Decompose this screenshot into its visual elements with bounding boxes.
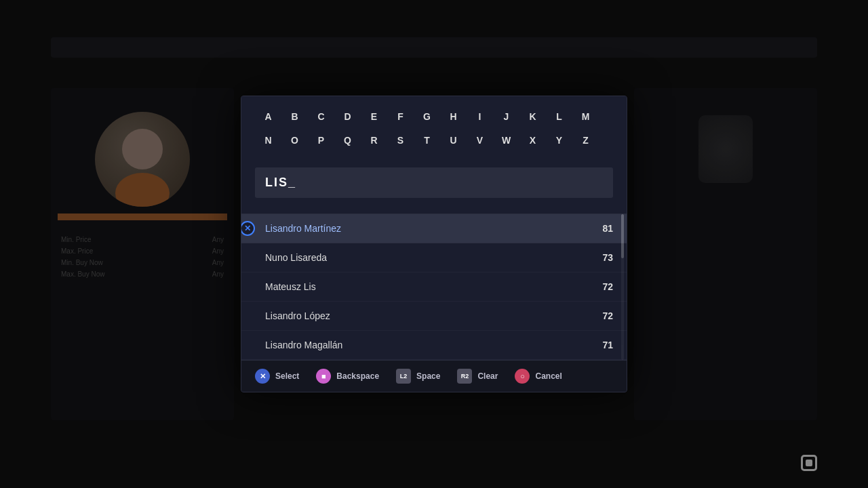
- alpha-key-V[interactable]: V: [467, 130, 493, 150]
- toolbar-action-backspace[interactable]: ■Backspace: [316, 369, 379, 384]
- alphabet-row-2: NOPQRSTUVWXYZ: [255, 130, 613, 150]
- player-row[interactable]: Nuno Lisareda73: [241, 243, 627, 272]
- selected-indicator: ✕: [241, 221, 255, 236]
- alpha-key-G[interactable]: G: [414, 106, 440, 127]
- dialog-overlay: ABCDEFGHIJKLM NOPQRSTUVWXYZ LIS_ ✕Lisand…: [0, 0, 868, 488]
- r2-button-icon: R2: [457, 369, 472, 384]
- alpha-key-U[interactable]: U: [440, 130, 467, 150]
- player-row[interactable]: Lisandro Magallán71: [241, 331, 627, 360]
- player-name-cell: Lisandro Magallán: [255, 340, 342, 350]
- alpha-key-P[interactable]: P: [308, 130, 334, 150]
- player-row[interactable]: Lisandro López72: [241, 302, 627, 331]
- alpha-key-B[interactable]: B: [281, 106, 308, 127]
- player-overall-cell: 72: [602, 281, 613, 292]
- alpha-key-D[interactable]: D: [334, 106, 361, 127]
- square-button-icon: ■: [316, 369, 331, 384]
- alpha-key-H[interactable]: H: [440, 106, 467, 127]
- alpha-key-Z[interactable]: Z: [572, 130, 599, 150]
- alpha-key-Y[interactable]: Y: [546, 130, 572, 150]
- alpha-key-O[interactable]: O: [281, 130, 308, 150]
- player-name-cell: Lisandro Martínez: [255, 223, 341, 234]
- search-dialog: ABCDEFGHIJKLM NOPQRSTUVWXYZ LIS_ ✕Lisand…: [241, 96, 627, 392]
- toolbar-action-space[interactable]: L2Space: [396, 369, 440, 384]
- player-row[interactable]: ✕Lisandro Martínez81: [241, 214, 627, 243]
- player-overall-cell: 73: [602, 252, 613, 263]
- player-row[interactable]: Mateusz Lis72: [241, 272, 627, 302]
- toolbar-action-select[interactable]: ✕Select: [255, 369, 299, 384]
- toolbar-action-clear[interactable]: R2Clear: [457, 369, 498, 384]
- scroll-indicator[interactable]: [621, 214, 624, 360]
- table-header: [241, 201, 627, 214]
- toolbar-label-cancel: Cancel: [535, 371, 561, 381]
- alpha-key-M[interactable]: M: [572, 106, 599, 127]
- scroll-thumb: [621, 214, 624, 258]
- alpha-key-A[interactable]: A: [255, 106, 281, 127]
- toolbar-label-space: Space: [416, 371, 440, 381]
- alpha-key-F[interactable]: F: [387, 106, 414, 127]
- alpha-key-J[interactable]: J: [493, 106, 519, 127]
- player-overall-cell: 71: [602, 340, 613, 350]
- player-name-cell: Lisandro López: [255, 310, 330, 321]
- bottom-toolbar: ✕Select■BackspaceL2SpaceR2Clear○Cancel: [241, 360, 627, 392]
- toolbar-action-cancel[interactable]: ○Cancel: [515, 369, 561, 384]
- alpha-key-K[interactable]: K: [519, 106, 546, 127]
- alpha-key-T[interactable]: T: [414, 130, 440, 150]
- toolbar-label-clear: Clear: [477, 371, 498, 381]
- alpha-key-X[interactable]: X: [519, 130, 546, 150]
- search-input-display[interactable]: LIS_: [255, 167, 613, 198]
- alpha-key-N[interactable]: N: [255, 130, 281, 150]
- player-overall-cell: 81: [602, 223, 613, 234]
- player-name-cell: Mateusz Lis: [255, 281, 316, 292]
- player-overall-cell: 72: [602, 310, 613, 321]
- alphabet-row-1: ABCDEFGHIJKLM: [255, 106, 613, 127]
- cross-button-icon: ✕: [255, 369, 270, 384]
- search-area: LIS_: [241, 161, 627, 201]
- alpha-key-R[interactable]: R: [361, 130, 387, 150]
- alpha-key-E[interactable]: E: [361, 106, 387, 127]
- player-name-cell: Nuno Lisareda: [255, 252, 327, 263]
- circle-button-icon: ○: [515, 369, 530, 384]
- toolbar-label-backspace: Backspace: [336, 371, 379, 381]
- alpha-key-Q[interactable]: Q: [334, 130, 361, 150]
- toolbar-label-select: Select: [275, 371, 299, 381]
- l2-button-icon: L2: [396, 369, 411, 384]
- alpha-key-W[interactable]: W: [493, 130, 519, 150]
- alpha-key-I[interactable]: I: [467, 106, 493, 127]
- player-table: ✕Lisandro Martínez81Nuno Lisareda73Mateu…: [241, 201, 627, 360]
- table-body: ✕Lisandro Martínez81Nuno Lisareda73Mateu…: [241, 214, 627, 360]
- alpha-key-S[interactable]: S: [387, 130, 414, 150]
- alphabet-grid: ABCDEFGHIJKLM NOPQRSTUVWXYZ: [241, 96, 627, 161]
- alpha-key-L[interactable]: L: [546, 106, 572, 127]
- alpha-key-C[interactable]: C: [308, 106, 334, 127]
